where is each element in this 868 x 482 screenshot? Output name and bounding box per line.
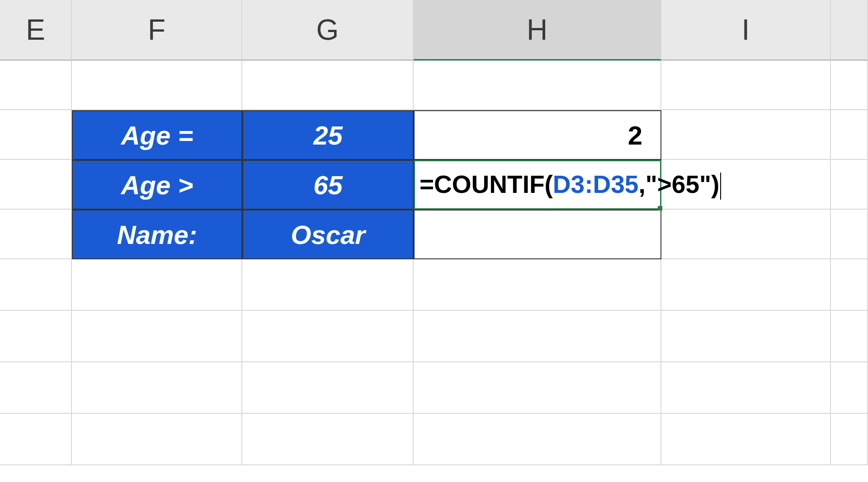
cell-value-name[interactable]: Oscar bbox=[242, 210, 414, 259]
cell-empty[interactable] bbox=[661, 414, 831, 465]
cell-empty[interactable] bbox=[661, 259, 831, 311]
cell-empty[interactable] bbox=[831, 362, 868, 414]
cell-empty[interactable] bbox=[0, 414, 72, 465]
cell-empty[interactable] bbox=[0, 110, 72, 160]
cell-value-age-greater[interactable]: 65 bbox=[242, 160, 414, 210]
cell-empty[interactable] bbox=[0, 259, 72, 311]
cell-empty[interactable] bbox=[242, 61, 414, 110]
column-header-G[interactable]: G bbox=[242, 0, 414, 61]
column-header-F[interactable]: F bbox=[72, 0, 242, 61]
cell-empty[interactable] bbox=[242, 414, 414, 465]
cell-empty[interactable] bbox=[831, 311, 868, 362]
cell-value-age-equals[interactable]: 25 bbox=[242, 110, 414, 160]
cell-empty[interactable] bbox=[661, 311, 831, 362]
cell-empty[interactable] bbox=[72, 414, 242, 465]
cell-empty[interactable] bbox=[831, 61, 868, 110]
cell-formula-editing[interactable]: =COUNTIF(D3:D35,">65") bbox=[414, 160, 661, 210]
cell-empty[interactable] bbox=[414, 414, 661, 465]
cell-empty[interactable] bbox=[831, 160, 868, 210]
cell-empty[interactable] bbox=[661, 362, 831, 414]
cell-empty[interactable] bbox=[414, 311, 661, 362]
text-cursor bbox=[720, 173, 721, 200]
cell-empty[interactable] bbox=[0, 210, 72, 259]
column-header-I[interactable]: I bbox=[661, 0, 831, 61]
cell-empty[interactable] bbox=[72, 61, 242, 110]
cell-empty[interactable] bbox=[72, 259, 242, 311]
formula-text: =COUNTIF(D3:D35,">65") bbox=[420, 170, 721, 200]
cell-empty[interactable] bbox=[831, 210, 868, 259]
cell-empty[interactable] bbox=[661, 61, 831, 110]
cell-empty[interactable] bbox=[414, 259, 661, 311]
spreadsheet-grid: E F G H I Age = 25 2 Age > 65 =COUNTIF(D… bbox=[0, 0, 868, 465]
cell-empty[interactable] bbox=[242, 311, 414, 362]
cell-empty[interactable] bbox=[0, 311, 72, 362]
cell-empty[interactable] bbox=[72, 362, 242, 414]
column-header-next[interactable] bbox=[831, 0, 868, 61]
column-header-H[interactable]: H bbox=[414, 0, 661, 61]
cell-result-name[interactable] bbox=[414, 210, 661, 259]
cell-empty[interactable] bbox=[242, 259, 414, 311]
cell-result-age-equals[interactable]: 2 bbox=[414, 110, 661, 160]
column-header-E[interactable]: E bbox=[0, 0, 72, 61]
cell-empty[interactable] bbox=[831, 110, 868, 160]
cell-empty[interactable] bbox=[242, 362, 414, 414]
cell-empty[interactable] bbox=[831, 259, 868, 311]
cell-empty[interactable] bbox=[0, 160, 72, 210]
fill-handle[interactable] bbox=[658, 206, 662, 211]
cell-label-age-equals[interactable]: Age = bbox=[72, 110, 242, 160]
cell-empty[interactable] bbox=[72, 311, 242, 362]
cell-empty[interactable] bbox=[661, 210, 831, 259]
cell-empty[interactable] bbox=[414, 362, 661, 414]
cell-empty[interactable] bbox=[0, 362, 72, 414]
cell-empty[interactable] bbox=[414, 61, 661, 110]
cell-empty[interactable] bbox=[0, 61, 72, 110]
cell-label-age-greater[interactable]: Age > bbox=[72, 160, 242, 210]
cell-empty[interactable] bbox=[831, 414, 868, 465]
cell-label-name[interactable]: Name: bbox=[72, 210, 242, 259]
formula-range-token: D3:D35 bbox=[553, 170, 639, 198]
cell-empty[interactable] bbox=[661, 110, 831, 160]
